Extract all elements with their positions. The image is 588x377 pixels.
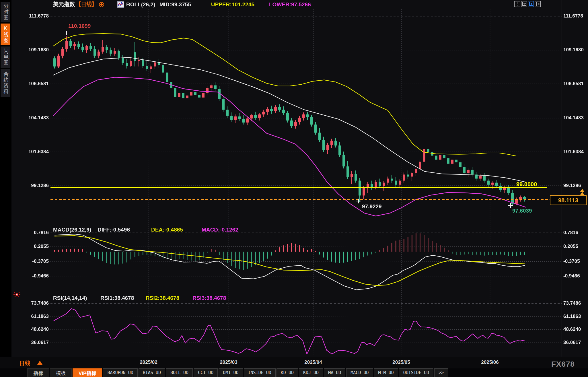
axis-label: 73.7486 (563, 300, 581, 306)
caret-up-icon[interactable] (37, 361, 42, 365)
price-up-arrow-icon (580, 192, 584, 195)
axis-label: -0.3705 (563, 259, 580, 264)
axis-label: 36.0617 (563, 340, 581, 345)
tab-[interactable]: >> (434, 368, 448, 377)
axis-label: 36.0617 (11, 340, 49, 345)
alert-sun-icon[interactable] (13, 291, 21, 300)
x-axis-label: 2025/04 (304, 359, 322, 365)
axis-label: 101.6384 (11, 149, 49, 155)
x-axis-label: 2025/03 (220, 359, 237, 365)
rsi-label: RSI(14,14,14) (53, 294, 87, 302)
crosshair-icon[interactable] (514, 1, 520, 7)
tab-macd_ud[interactable]: MACD_UD (346, 368, 373, 377)
tab-outside_ud[interactable]: OUTSIDE_UD (399, 368, 433, 377)
watermark: FX678 (551, 360, 575, 369)
axis-label: 0.7816 (563, 230, 578, 236)
axis-label: 109.1680 (563, 47, 584, 53)
june-low-price-label: 97.6039 (512, 208, 532, 214)
boll-label: BOLL(26,2) (126, 1, 155, 8)
axis-label: 104.1483 (11, 115, 49, 121)
axis-label: 99.1286 (563, 183, 581, 188)
last-price-value: 98.1113 (558, 197, 578, 204)
sidebar-item-flash[interactable]: 闪电图 (1, 46, 10, 68)
axis-scale-icon[interactable] (521, 1, 527, 7)
tab-bias_ud[interactable]: BIAS_UD (139, 368, 165, 377)
axis-label: 111.6778 (11, 13, 49, 19)
sidebar-item-kline[interactable]: K线图 (1, 24, 10, 45)
axis-play-icon[interactable] (528, 1, 534, 7)
macd-value: MACD:-0.1262 (202, 226, 238, 234)
tab-barupdn_ud[interactable]: BARUPDN_UD (103, 368, 137, 377)
sidebar: 分时图K线图闪电图合约资料 (0, 0, 11, 377)
high-price-label: 110.1699 (68, 23, 91, 29)
target-icon[interactable] (98, 1, 105, 9)
axis-label: 99.1286 (11, 183, 49, 188)
boll-upper-value: UPPER:101.2245 (211, 1, 254, 8)
period-selector[interactable]: 日线 (19, 359, 30, 367)
axis-label: 0.7816 (11, 230, 49, 236)
axis-label: 106.6581 (11, 81, 49, 87)
sidebar-item-time-share[interactable]: 分时图 (1, 2, 10, 22)
axis-label: 48.6240 (11, 327, 49, 332)
axis-label: 111.6778 (563, 13, 583, 19)
x-axis-row: 日线 2025/022025/032025/042025/052025/06 (0, 357, 588, 368)
axis-label: 101.6384 (563, 149, 584, 155)
indicator-tab-bar: 指标模板VIP指标BARUPDN_UDBIAS_UDBOLL_UDCCI_UDD… (0, 368, 588, 377)
price-up-arrow-icon (580, 189, 584, 192)
tab-boll_ud[interactable]: BOLL_UD (166, 368, 193, 377)
tab-ma_ud[interactable]: MA_UD (324, 368, 345, 377)
axis-label: 0.2055 (563, 244, 578, 249)
chart-app: 分时图K线图闪电图合约资料 美元指数 【日线】 BOLL(26,2) MID:9… (0, 0, 588, 377)
axis-label: 109.1680 (11, 47, 49, 53)
april-low-price-label: 97.9229 (362, 203, 382, 210)
tab-kd_ud[interactable]: KD_UD (277, 368, 298, 377)
tab-模板[interactable]: 模板 (50, 368, 72, 377)
axis-shift-icon[interactable] (535, 1, 541, 7)
axis-label: 73.7486 (11, 300, 49, 306)
period-tag[interactable]: 【日线】 (75, 1, 97, 8)
macd-dea-value: DEA:-0.4865 (151, 226, 183, 234)
tab-dmi_ud[interactable]: DMI_UD (219, 368, 243, 377)
x-axis-label: 2025/06 (481, 359, 499, 365)
x-axis-label: 2025/02 (140, 359, 157, 365)
hline-price-label: 99.0000 (516, 181, 537, 188)
rsi1-value: RSI1:38.4678 (100, 294, 134, 302)
axis-label: -0.9466 (563, 273, 580, 279)
macd-label: MACD(26,12,9) (53, 226, 91, 234)
axis-label: 61.1863 (11, 314, 49, 319)
axis-label: 61.1863 (563, 314, 581, 319)
tab-指标[interactable]: 指标 (27, 368, 49, 377)
axis-label: -0.3705 (11, 259, 49, 264)
sidebar-item-contract-info[interactable]: 合约资料 (1, 69, 10, 97)
x-axis-label: 2025/05 (392, 359, 410, 365)
axis-label: 0.2055 (11, 244, 49, 249)
last-price-badge: 98.1113 (550, 195, 587, 205)
rsi3-value: RSI3:38.4678 (192, 294, 226, 302)
tab-vip指标[interactable]: VIP指标 (73, 368, 102, 377)
axis-label: -0.9466 (11, 273, 49, 279)
rsi2-value: RSI2:38.4678 (146, 294, 179, 302)
boll-mid-value: MID:99.3755 (159, 1, 191, 8)
tab-inside_ud[interactable]: INSIDE_UD (244, 368, 276, 377)
tab-cci_ud[interactable]: CCI_UD (194, 368, 218, 377)
mini-chart-icon[interactable] (117, 1, 124, 9)
axis-label: 106.6581 (563, 81, 584, 87)
boll-lower-value: LOWER:97.5266 (269, 1, 311, 8)
tab-kdj_ud[interactable]: KDJ_UD (299, 368, 323, 377)
symbol-title: 美元指数 (53, 1, 75, 8)
tab-mtm_ud[interactable]: MTM_UD (374, 368, 398, 377)
macd-diff-value: DIFF:-0.5496 (98, 226, 130, 234)
axis-label: 104.1483 (563, 115, 584, 121)
axis-label: 48.6240 (563, 327, 581, 332)
chart-canvas[interactable] (0, 0, 588, 377)
